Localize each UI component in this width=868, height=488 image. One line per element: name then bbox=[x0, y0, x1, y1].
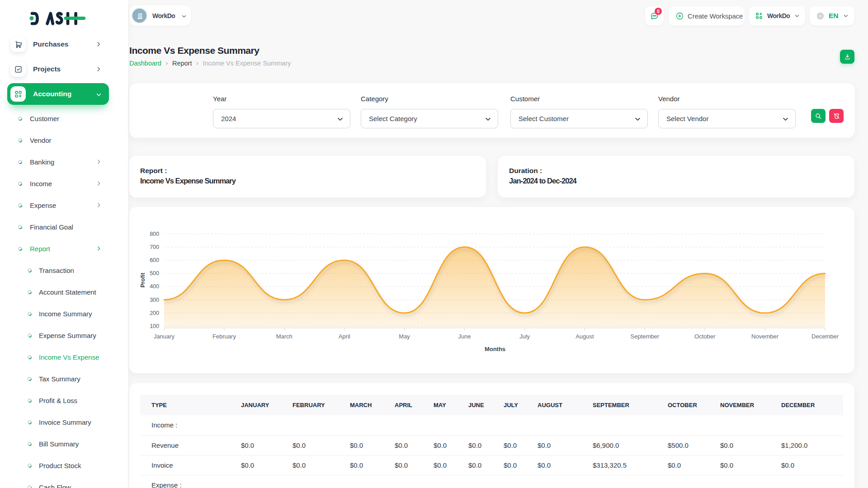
svg-text:700: 700 bbox=[150, 244, 159, 250]
svg-text:800: 800 bbox=[150, 231, 159, 237]
svg-text:August: August bbox=[576, 333, 594, 340]
svg-text:January: January bbox=[154, 333, 175, 340]
svg-text:October: October bbox=[694, 333, 716, 340]
svg-text:Months: Months bbox=[485, 346, 505, 352]
svg-text:June: June bbox=[458, 333, 471, 340]
svg-text:400: 400 bbox=[150, 283, 159, 290]
svg-text:November: November bbox=[751, 333, 779, 340]
svg-text:April: April bbox=[339, 333, 350, 340]
svg-text:February: February bbox=[212, 333, 236, 340]
svg-text:March: March bbox=[276, 333, 292, 340]
svg-text:Profit: Profit bbox=[140, 272, 146, 287]
svg-text:July: July bbox=[519, 333, 530, 340]
svg-text:500: 500 bbox=[150, 270, 159, 277]
svg-text:300: 300 bbox=[150, 297, 159, 303]
svg-text:September: September bbox=[631, 333, 660, 340]
svg-text:200: 200 bbox=[150, 310, 159, 316]
svg-text:May: May bbox=[399, 333, 410, 340]
svg-text:100: 100 bbox=[150, 323, 159, 329]
svg-text:600: 600 bbox=[150, 257, 159, 263]
svg-text:December: December bbox=[811, 333, 839, 340]
